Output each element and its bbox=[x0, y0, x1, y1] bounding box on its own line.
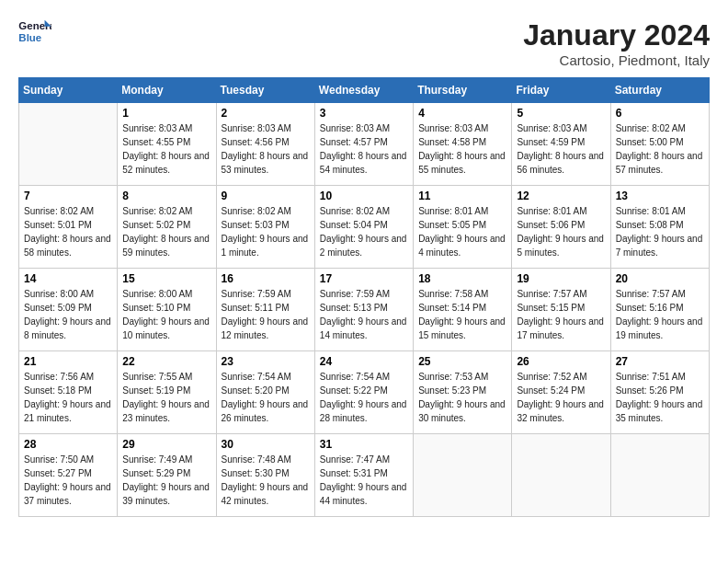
calendar-cell: 21 Sunrise: 7:56 AMSunset: 5:18 PMDaylig… bbox=[19, 351, 118, 434]
day-info: Sunrise: 7:58 AMSunset: 5:14 PMDaylight:… bbox=[418, 289, 506, 340]
day-info: Sunrise: 7:50 AMSunset: 5:27 PMDaylight:… bbox=[24, 454, 111, 506]
calendar-week-row: 1 Sunrise: 8:03 AMSunset: 4:55 PMDayligh… bbox=[19, 103, 710, 186]
day-number: 5 bbox=[517, 107, 605, 120]
logo: General Blue bbox=[18, 18, 51, 46]
day-number: 24 bbox=[320, 355, 408, 368]
day-info: Sunrise: 7:59 AMSunset: 5:11 PMDaylight:… bbox=[222, 289, 309, 340]
calendar-week-row: 7 Sunrise: 8:02 AMSunset: 5:01 PMDayligh… bbox=[19, 186, 710, 269]
calendar-cell: 18 Sunrise: 7:58 AMSunset: 5:14 PMDaylig… bbox=[414, 269, 512, 351]
calendar-cell: 22 Sunrise: 7:55 AMSunset: 5:19 PMDaylig… bbox=[118, 351, 216, 434]
calendar-cell: 17 Sunrise: 7:59 AMSunset: 5:13 PMDaylig… bbox=[314, 269, 413, 351]
day-info: Sunrise: 8:01 AMSunset: 5:05 PMDaylight:… bbox=[418, 206, 506, 258]
calendar-cell: 9 Sunrise: 8:02 AMSunset: 5:03 PMDayligh… bbox=[216, 186, 314, 269]
day-number: 22 bbox=[122, 355, 210, 368]
calendar-cell bbox=[414, 434, 512, 517]
calendar-cell: 29 Sunrise: 7:49 AMSunset: 5:29 PMDaylig… bbox=[118, 434, 216, 517]
title-area: January 2024 Cartosio, Piedmont, Italy bbox=[523, 18, 710, 68]
day-info: Sunrise: 7:54 AMSunset: 5:20 PMDaylight:… bbox=[222, 372, 309, 423]
day-number: 2 bbox=[222, 107, 310, 120]
calendar-week-row: 21 Sunrise: 7:56 AMSunset: 5:18 PMDaylig… bbox=[19, 351, 710, 434]
calendar-cell: 8 Sunrise: 8:02 AMSunset: 5:02 PMDayligh… bbox=[118, 186, 216, 269]
day-number: 12 bbox=[517, 190, 605, 202]
calendar-cell: 15 Sunrise: 8:00 AMSunset: 5:10 PMDaylig… bbox=[118, 269, 216, 351]
day-info: Sunrise: 7:59 AMSunset: 5:13 PMDaylight:… bbox=[320, 289, 407, 340]
day-info: Sunrise: 8:03 AMSunset: 4:55 PMDaylight:… bbox=[122, 123, 210, 175]
calendar-week-row: 14 Sunrise: 8:00 AMSunset: 5:09 PMDaylig… bbox=[19, 269, 710, 351]
calendar-cell: 1 Sunrise: 8:03 AMSunset: 4:55 PMDayligh… bbox=[118, 103, 216, 186]
calendar-cell bbox=[610, 434, 709, 517]
calendar-cell: 11 Sunrise: 8:01 AMSunset: 5:05 PMDaylig… bbox=[414, 186, 512, 269]
day-number: 16 bbox=[222, 272, 310, 285]
day-number: 4 bbox=[418, 107, 506, 120]
day-info: Sunrise: 8:02 AMSunset: 5:03 PMDaylight:… bbox=[222, 206, 309, 258]
day-info: Sunrise: 8:03 AMSunset: 4:57 PMDaylight:… bbox=[320, 123, 407, 175]
weekday-header: Monday bbox=[118, 78, 216, 103]
weekday-header: Thursday bbox=[414, 78, 512, 103]
calendar-cell: 5 Sunrise: 8:03 AMSunset: 4:59 PMDayligh… bbox=[512, 103, 610, 186]
calendar-cell: 26 Sunrise: 7:52 AMSunset: 5:24 PMDaylig… bbox=[512, 351, 610, 434]
calendar-cell: 23 Sunrise: 7:54 AMSunset: 5:20 PMDaylig… bbox=[216, 351, 314, 434]
day-number: 15 bbox=[122, 272, 210, 285]
day-number: 23 bbox=[222, 355, 310, 368]
calendar-cell: 7 Sunrise: 8:02 AMSunset: 5:01 PMDayligh… bbox=[19, 186, 118, 269]
day-number: 7 bbox=[24, 190, 112, 202]
day-info: Sunrise: 8:00 AMSunset: 5:09 PMDaylight:… bbox=[24, 289, 111, 340]
day-number: 25 bbox=[418, 355, 506, 368]
calendar-cell: 27 Sunrise: 7:51 AMSunset: 5:26 PMDaylig… bbox=[610, 351, 709, 434]
day-info: Sunrise: 7:52 AMSunset: 5:24 PMDaylight:… bbox=[517, 372, 604, 423]
day-number: 10 bbox=[320, 190, 408, 202]
calendar-cell: 16 Sunrise: 7:59 AMSunset: 5:11 PMDaylig… bbox=[216, 269, 314, 351]
day-info: Sunrise: 7:56 AMSunset: 5:18 PMDaylight:… bbox=[24, 372, 111, 423]
calendar-cell bbox=[512, 434, 610, 517]
day-number: 14 bbox=[24, 272, 112, 285]
day-number: 31 bbox=[320, 438, 408, 451]
day-number: 11 bbox=[418, 190, 506, 202]
day-number: 8 bbox=[122, 190, 210, 202]
day-info: Sunrise: 7:54 AMSunset: 5:22 PMDaylight:… bbox=[320, 372, 407, 423]
day-number: 30 bbox=[222, 438, 310, 451]
day-number: 6 bbox=[616, 107, 704, 120]
day-number: 29 bbox=[122, 438, 210, 451]
day-number: 19 bbox=[517, 272, 605, 285]
day-number: 3 bbox=[320, 107, 408, 120]
calendar-table: SundayMondayTuesdayWednesdayThursdayFrid… bbox=[18, 77, 710, 517]
day-info: Sunrise: 8:03 AMSunset: 4:56 PMDaylight:… bbox=[222, 123, 309, 175]
weekday-header: Wednesday bbox=[314, 78, 413, 103]
weekday-header: Sunday bbox=[19, 78, 118, 103]
svg-text:Blue: Blue bbox=[18, 32, 41, 43]
day-info: Sunrise: 7:57 AMSunset: 5:15 PMDaylight:… bbox=[517, 289, 604, 340]
calendar-cell: 3 Sunrise: 8:03 AMSunset: 4:57 PMDayligh… bbox=[314, 103, 413, 186]
day-info: Sunrise: 7:48 AMSunset: 5:30 PMDaylight:… bbox=[222, 454, 309, 506]
day-number: 1 bbox=[122, 107, 210, 120]
day-info: Sunrise: 8:02 AMSunset: 5:01 PMDaylight:… bbox=[24, 206, 111, 258]
calendar-cell: 19 Sunrise: 7:57 AMSunset: 5:15 PMDaylig… bbox=[512, 269, 610, 351]
location-subtitle: Cartosio, Piedmont, Italy bbox=[523, 52, 710, 68]
calendar-cell: 10 Sunrise: 8:02 AMSunset: 5:04 PMDaylig… bbox=[314, 186, 413, 269]
calendar-cell: 12 Sunrise: 8:01 AMSunset: 5:06 PMDaylig… bbox=[512, 186, 610, 269]
weekday-header: Saturday bbox=[610, 78, 709, 103]
day-info: Sunrise: 8:02 AMSunset: 5:04 PMDaylight:… bbox=[320, 206, 407, 258]
day-info: Sunrise: 8:02 AMSunset: 5:00 PMDaylight:… bbox=[616, 123, 703, 175]
calendar-cell: 6 Sunrise: 8:02 AMSunset: 5:00 PMDayligh… bbox=[610, 103, 709, 186]
day-info: Sunrise: 8:02 AMSunset: 5:02 PMDaylight:… bbox=[122, 206, 210, 258]
day-number: 13 bbox=[616, 190, 704, 202]
month-title: January 2024 bbox=[523, 18, 710, 52]
calendar-cell: 25 Sunrise: 7:53 AMSunset: 5:23 PMDaylig… bbox=[414, 351, 512, 434]
weekday-header: Friday bbox=[512, 78, 610, 103]
day-info: Sunrise: 7:49 AMSunset: 5:29 PMDaylight:… bbox=[122, 454, 210, 506]
day-info: Sunrise: 7:47 AMSunset: 5:31 PMDaylight:… bbox=[320, 454, 407, 506]
day-info: Sunrise: 7:55 AMSunset: 5:19 PMDaylight:… bbox=[122, 372, 210, 423]
day-number: 27 bbox=[616, 355, 704, 368]
day-info: Sunrise: 8:01 AMSunset: 5:08 PMDaylight:… bbox=[616, 206, 703, 258]
calendar-week-row: 28 Sunrise: 7:50 AMSunset: 5:27 PMDaylig… bbox=[19, 434, 710, 517]
calendar-cell: 13 Sunrise: 8:01 AMSunset: 5:08 PMDaylig… bbox=[610, 186, 709, 269]
calendar-cell: 4 Sunrise: 8:03 AMSunset: 4:58 PMDayligh… bbox=[414, 103, 512, 186]
day-number: 17 bbox=[320, 272, 408, 285]
day-info: Sunrise: 8:03 AMSunset: 4:59 PMDaylight:… bbox=[517, 123, 604, 175]
day-info: Sunrise: 8:03 AMSunset: 4:58 PMDaylight:… bbox=[418, 123, 506, 175]
day-number: 28 bbox=[24, 438, 112, 451]
logo-icon: General Blue bbox=[18, 18, 51, 46]
day-number: 21 bbox=[24, 355, 112, 368]
calendar-cell: 20 Sunrise: 7:57 AMSunset: 5:16 PMDaylig… bbox=[610, 269, 709, 351]
weekday-header-row: SundayMondayTuesdayWednesdayThursdayFrid… bbox=[19, 78, 710, 103]
